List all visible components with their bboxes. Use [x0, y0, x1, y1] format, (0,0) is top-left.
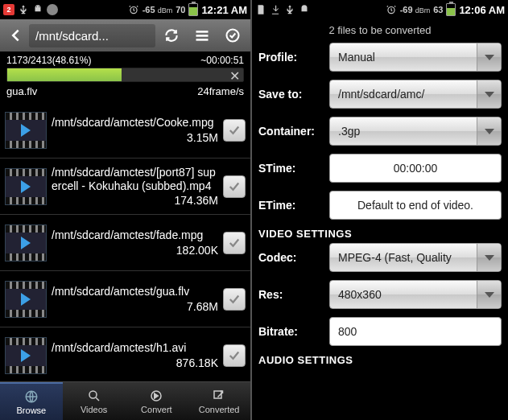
notification-badge-icon: 2 — [3, 4, 14, 15]
profile-select[interactable]: Manual — [329, 43, 502, 72]
file-checkbox[interactable] — [223, 344, 246, 367]
svg-rect-3 — [196, 31, 209, 33]
chevron-down-icon — [477, 244, 501, 271]
audio-settings-header: AUDIO SETTINGS — [258, 354, 502, 366]
conversion-title: 2 files to be converted — [252, 19, 508, 43]
saveto-label: Save to: — [258, 88, 323, 101]
alarm-icon — [386, 4, 397, 15]
file-path: /mnt/sdcard/amctest/h1.avi — [52, 341, 218, 355]
etime-input[interactable]: Default to end of video. — [329, 191, 502, 220]
bitrate-input[interactable]: 800 — [329, 317, 502, 346]
res-label: Res: — [258, 288, 323, 301]
file-row[interactable]: /mnt/sdcard/amctest/gua.flv 7.68M — [0, 271, 250, 327]
file-checkbox[interactable] — [223, 232, 246, 254]
search-icon — [87, 388, 101, 404]
video-settings-header: VIDEO SETTINGS — [258, 228, 502, 240]
file-size: 7.68M — [52, 300, 218, 313]
chevron-down-icon — [477, 117, 501, 145]
svg-point-1 — [39, 6, 39, 7]
globe-icon — [24, 389, 39, 405]
progress-eta: ~00:00:51 — [200, 55, 244, 66]
progress-rate: 24frame/s — [197, 85, 244, 97]
tab-label: Converted — [199, 405, 240, 414]
path-display[interactable]: /mnt/sdcard... — [29, 24, 155, 47]
status-bar-left: 2 -65 dBm 70 12:21 AM — [0, 0, 250, 19]
back-button[interactable] — [3, 23, 27, 47]
tab-converted[interactable]: Converted — [188, 382, 250, 420]
app-icon — [47, 4, 58, 15]
progress-bar: ✕ — [6, 68, 244, 82]
container-select[interactable]: .3gp — [329, 117, 502, 146]
profile-label: Profile: — [258, 51, 323, 64]
progress-counter: 1173/2413(48.61%) — [6, 55, 91, 66]
etime-label: ETime: — [258, 199, 323, 212]
tab-videos[interactable]: Videos — [63, 382, 126, 420]
file-size: 876.18K — [52, 356, 218, 369]
chevron-down-icon — [477, 281, 501, 308]
status-bar-right: -69 dBm 63 12:06 AM — [252, 0, 508, 19]
file-path: /mnt/sdcard/amctest/Cooke.mpg — [52, 116, 218, 130]
file-checkbox[interactable] — [223, 175, 246, 198]
select-all-button[interactable] — [218, 23, 247, 47]
svg-point-8 — [89, 391, 97, 398]
alarm-icon — [128, 4, 139, 15]
file-path: /mnt/sdcard/amctest/gua.flv — [52, 285, 218, 299]
svg-rect-5 — [196, 39, 209, 40]
video-thumbnail-icon — [5, 112, 47, 149]
screen-convert-settings: -69 dBm 63 12:06 AM 2 files to be conver… — [252, 0, 508, 420]
file-path: /mnt/sdcard/amctest/[port87] supercell -… — [52, 166, 218, 193]
download-icon — [270, 4, 281, 15]
menu-button[interactable] — [188, 23, 217, 47]
file-checkbox[interactable] — [223, 288, 246, 311]
saveto-select[interactable]: /mnt/sdcard/amc/ — [329, 80, 502, 109]
usb-icon — [284, 4, 295, 15]
battery-icon — [188, 3, 198, 16]
export-icon — [212, 388, 226, 404]
settings-form: Profile: Manual Save to: /mnt/sdcard/amc… — [252, 43, 508, 420]
stime-label: STime: — [258, 162, 323, 175]
file-size: 3.15M — [52, 131, 218, 144]
progress-area: 1173/2413(48.61%) ~00:00:51 ✕ gua.flv 24… — [0, 51, 250, 102]
convert-icon — [149, 388, 163, 404]
signal-strength-text: -65 dBm — [142, 5, 172, 14]
file-size: 174.36M — [52, 194, 218, 207]
toolbar: /mnt/sdcard... — [0, 19, 250, 51]
signal-strength-text: -69 dBm — [400, 5, 430, 14]
tab-label: Browse — [17, 406, 47, 415]
bitrate-label: Bitrate: — [258, 325, 323, 338]
file-list: /mnt/sdcard/amctest/Cooke.mpg 3.15M /mnt… — [0, 102, 250, 381]
svg-rect-4 — [196, 35, 209, 37]
container-label: Container: — [258, 125, 323, 138]
video-thumbnail-icon — [5, 168, 47, 205]
tab-convert[interactable]: Convert — [126, 382, 188, 420]
usb-icon — [18, 4, 29, 15]
battery-text: 63 — [433, 5, 443, 14]
file-size: 182.00K — [52, 244, 218, 257]
codec-label: Codec: — [258, 251, 323, 264]
progress-cancel-button[interactable]: ✕ — [227, 68, 242, 83]
battery-text: 70 — [176, 5, 185, 14]
file-row[interactable]: /mnt/sdcard/amctest/fade.mpg 182.00K — [0, 215, 250, 271]
tab-browse[interactable]: Browse — [0, 382, 63, 420]
android-icon — [299, 4, 310, 15]
file-checkbox[interactable] — [223, 119, 246, 142]
file-row[interactable]: /mnt/sdcard/amctest/h1.avi 876.18K — [0, 327, 250, 381]
file-path: /mnt/sdcard/amctest/fade.mpg — [52, 229, 218, 242]
bottom-tabs: Browse Videos Convert Converted — [0, 381, 250, 420]
tab-label: Convert — [141, 405, 172, 414]
screen-browse: 2 -65 dBm 70 12:21 AM /mnt/sdcard... — [0, 0, 252, 420]
sdcard-icon — [255, 4, 266, 15]
clock-text: 12:06 AM — [459, 4, 505, 16]
stime-input[interactable]: 00:00:00 — [329, 154, 502, 183]
video-thumbnail-icon — [5, 337, 47, 374]
refresh-button[interactable] — [157, 23, 186, 47]
svg-point-0 — [36, 6, 37, 7]
tab-label: Videos — [81, 405, 107, 414]
clock-text: 12:21 AM — [201, 4, 247, 16]
video-thumbnail-icon — [5, 281, 47, 318]
codec-select[interactable]: MPEG-4 (Fast, Quality — [329, 243, 502, 272]
file-row[interactable]: /mnt/sdcard/amctest/[port87] supercell -… — [0, 159, 250, 215]
file-row[interactable]: /mnt/sdcard/amctest/Cooke.mpg 3.15M — [0, 102, 250, 159]
video-thumbnail-icon — [5, 224, 47, 261]
res-select[interactable]: 480x360 — [329, 280, 502, 309]
